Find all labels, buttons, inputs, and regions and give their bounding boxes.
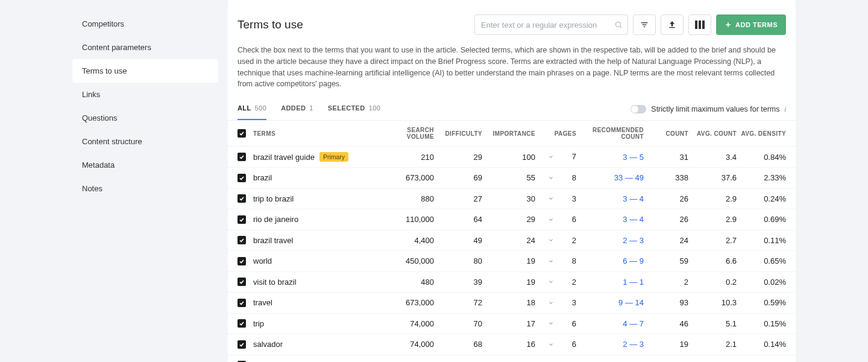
pages-cell[interactable]: 6	[535, 319, 576, 329]
col-avg-count[interactable]: AVG. COUNT	[688, 130, 737, 137]
sidebar-item-links[interactable]: Links	[72, 83, 218, 106]
strict-toggle[interactable]	[631, 105, 646, 113]
pages-cell[interactable]: 3	[535, 298, 576, 308]
row-checkbox[interactable]	[237, 174, 246, 182]
rec-cell[interactable]: 4 — 7	[576, 319, 644, 328]
row-checkbox[interactable]	[237, 340, 246, 349]
term-cell: trip to brazil	[253, 194, 385, 203]
rec-cell[interactable]: 2 — 3	[576, 236, 644, 245]
col-importance[interactable]: IMPORTANCE	[482, 130, 535, 137]
term-text: rio de janeiro	[253, 215, 298, 224]
search-wrap	[474, 14, 628, 35]
row-checkbox-cell	[237, 236, 248, 244]
term-text: brazil travel	[253, 236, 293, 245]
row-checkbox[interactable]	[237, 153, 246, 161]
row-checkbox[interactable]	[237, 299, 246, 307]
rec-cell[interactable]: 6 — 9	[576, 256, 644, 265]
avgc-cell: 2.9	[688, 194, 737, 203]
pages-cell[interactable]: 8	[535, 256, 576, 266]
avgd-cell: 0.84%	[737, 153, 786, 162]
rec-cell[interactable]: 3 — 4	[576, 215, 644, 224]
sidebar-item-notes[interactable]: Notes	[72, 177, 218, 200]
page-title: Terms to use	[237, 18, 303, 31]
row-checkbox[interactable]	[237, 257, 246, 265]
term-text: visit to brazil	[253, 278, 297, 287]
row-checkbox[interactable]	[237, 194, 246, 203]
row-checkbox-cell	[237, 194, 248, 203]
table-row: rio de janeiro110,000642963 — 4262.90.69…	[228, 209, 796, 230]
sidebar-item-content-structure[interactable]: Content structure	[72, 130, 218, 153]
sidebar-item-competitors[interactable]: Competitors	[72, 12, 218, 36]
col-count[interactable]: COUNT	[644, 130, 688, 137]
search-input[interactable]	[475, 21, 627, 30]
sidebar-item-questions[interactable]: Questions	[72, 106, 218, 130]
count-cell: 31	[644, 153, 688, 162]
pages-cell[interactable]: 2	[535, 278, 576, 287]
count-cell: 338	[644, 173, 688, 182]
table-row: travel673,000721839 — 149310.30.59%	[228, 293, 796, 314]
rec-cell[interactable]: 2 — 3	[576, 340, 644, 349]
tabs: ALL500ADDED1SELECTED100	[237, 104, 380, 120]
sv-cell: 673,000	[385, 298, 434, 307]
select-all-checkbox[interactable]	[237, 129, 246, 138]
diff-cell: 70	[434, 319, 482, 328]
info-icon[interactable]: i	[785, 106, 786, 113]
row-checkbox-cell	[237, 319, 248, 328]
sv-cell: 880	[385, 194, 434, 203]
col-recommended[interactable]: RECOMMENDED COUNT	[576, 127, 644, 140]
tab-count: 100	[369, 104, 381, 112]
col-difficulty[interactable]: DIFFICULTY	[434, 130, 482, 137]
diff-cell: 49	[434, 236, 482, 245]
sidebar-item-metadata[interactable]: Metadata	[72, 153, 218, 177]
sidebar-item-content-parameters[interactable]: Content parameters	[72, 36, 218, 59]
filter-button[interactable]	[633, 14, 656, 35]
col-pages[interactable]: PAGES	[535, 130, 576, 137]
rec-cell[interactable]: 33 — 49	[576, 173, 644, 182]
term-text: brazil travel guide	[253, 153, 315, 162]
row-checkbox[interactable]	[237, 215, 246, 224]
pages-cell[interactable]: 2	[535, 236, 576, 246]
term-cell: travel	[253, 298, 385, 307]
tab-added[interactable]: ADDED1	[281, 104, 313, 120]
add-terms-button[interactable]: ADD TERMS	[716, 14, 786, 35]
rec-cell[interactable]: 3 — 4	[576, 194, 644, 203]
row-checkbox[interactable]	[237, 319, 246, 328]
row-checkbox[interactable]	[237, 278, 246, 286]
sidebar-item-terms-to-use[interactable]: Terms to use	[72, 59, 218, 83]
sv-cell: 480	[385, 278, 434, 287]
pages-cell[interactable]: 3	[535, 194, 576, 204]
term-cell: world	[253, 256, 385, 265]
avgc-cell: 2.7	[688, 236, 737, 245]
pages-cell[interactable]: 6	[535, 340, 576, 349]
pages-value: 8	[572, 173, 576, 182]
term-text: brazil	[253, 173, 272, 182]
row-checkbox-cell	[237, 215, 248, 224]
rec-cell[interactable]: 1 — 1	[576, 278, 644, 287]
tabs-row: ALL500ADDED1SELECTED100 Strictly limit m…	[228, 100, 796, 121]
pages-value: 3	[572, 298, 576, 307]
table-row: salvador74,000681662 — 3192.10.14%	[228, 334, 796, 355]
rec-cell[interactable]: 9 — 14	[576, 298, 644, 307]
avgc-cell: 6.6	[688, 256, 737, 265]
svg-rect-8	[702, 21, 705, 29]
imp-cell: 19	[482, 278, 535, 287]
table-row: world450,000801986 — 9596.60.65%	[228, 251, 796, 272]
tab-selected[interactable]: SELECTED100	[328, 104, 380, 120]
pages-cell[interactable]: 8	[535, 173, 576, 183]
diff-cell: 29	[434, 153, 482, 162]
pages-cell[interactable]: 7	[535, 152, 576, 162]
upload-button[interactable]	[661, 14, 684, 35]
imp-cell: 29	[482, 215, 535, 224]
columns-button[interactable]	[688, 14, 711, 35]
pages-cell[interactable]: 6	[535, 215, 576, 224]
tab-all[interactable]: ALL500	[237, 104, 266, 120]
count-cell: 2	[644, 278, 688, 287]
svg-rect-7	[699, 21, 701, 29]
col-search-volume[interactable]: SEARCH VOLUME	[385, 127, 434, 140]
avgd-cell: 0.65%	[737, 256, 786, 265]
avgd-cell: 0.59%	[737, 298, 786, 307]
col-terms[interactable]: TERMS	[253, 130, 385, 137]
rec-cell[interactable]: 3 — 5	[576, 153, 644, 162]
row-checkbox[interactable]	[237, 236, 246, 244]
col-avg-density[interactable]: AVG. DENSITY	[737, 130, 786, 137]
